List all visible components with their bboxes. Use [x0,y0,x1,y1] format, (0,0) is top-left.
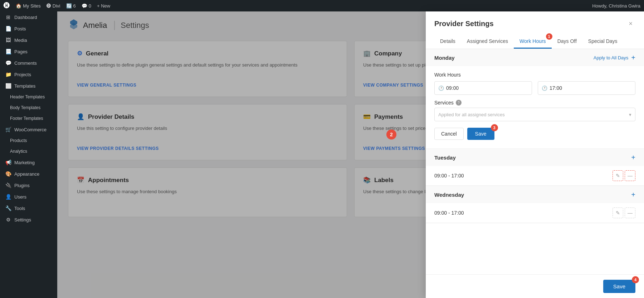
tuesday-time-text: 09:00 - 17:00 [434,173,464,179]
close-panel-button[interactable]: × [626,19,635,29]
tuesday-slot-actions: ✎ — [613,170,635,181]
sidebar-item-body-templates[interactable]: Body Templates [0,102,57,113]
templates-icon: ⬜ [5,83,11,89]
monday-add-button[interactable]: + [631,54,635,61]
services-help-icon[interactable]: ? [456,100,462,106]
projects-icon: 📁 [5,72,11,77]
tab-details[interactable]: Details [434,35,461,49]
comments-icon: 💬 [82,3,87,9]
divi-icon: 🅓 [47,3,51,9]
sidebar-item-comments[interactable]: 💬 Comments [0,57,57,69]
wednesday-time-text: 09:00 - 17:00 [434,210,464,216]
wednesday-edit-button[interactable]: ✎ [613,207,623,218]
sidebar-item-header-templates[interactable]: Header Templates [0,92,57,102]
tuesday-label: Tuesday [434,155,456,161]
wednesday-delete-button[interactable]: — [625,207,635,218]
sidebar-item-footer-templates[interactable]: Footer Templates [0,113,57,124]
sidebar-item-projects[interactable]: 📁 Projects [0,69,57,80]
users-icon: 👤 [5,194,11,200]
work-hours-form-actions: Cancel Save 3 [434,126,635,143]
sidebar-item-tools[interactable]: 🔧 Tools [0,202,57,214]
tab-work-hours[interactable]: Work Hours 1 [514,35,552,49]
step-badge-2: 2 [386,130,396,140]
footer-save-button[interactable]: Save 4 [603,280,635,293]
sidebar-item-media[interactable]: 🖼 Media [0,34,57,46]
monday-actions: Apply to All Days + [594,54,635,61]
day-section-tuesday: Tuesday + 09:00 - 17:00 ✎ — [426,149,644,186]
user-link[interactable]: Howdy, Christina Gwira [592,3,640,9]
clock-icon-end: 🕐 [542,86,547,91]
work-hours-form-label: Work Hours [434,72,635,78]
monday-label: Monday [434,55,455,61]
dropdown-chevron-icon: ▾ [629,112,631,117]
wednesday-add-button[interactable]: + [631,191,635,198]
comments-link[interactable]: 💬 0 [82,3,91,9]
appearance-icon: 🎨 [5,171,11,177]
sidebar-item-analytics[interactable]: Analytics [0,146,57,157]
wednesday-label: Wednesday [434,192,464,198]
tools-icon: 🔧 [5,205,11,211]
updates-icon: 🔄 [66,3,72,9]
apply-to-all-days-button[interactable]: Apply to All Days [594,55,629,60]
tab-special-days[interactable]: Special Days [582,35,623,49]
provider-settings-panel: Provider Settings × Details Assigned Ser… [426,11,644,298]
sidebar-item-woocommerce[interactable]: 🛒 WooCommerce [0,124,57,135]
panel-footer: Save 4 [426,274,644,298]
start-time-input[interactable] [446,85,528,91]
panel-title: Provider Settings [434,20,494,28]
time-row-monday: 🕐 🕐 [434,81,635,95]
sidebar-item-plugins[interactable]: 🔌 Plugins [0,180,57,191]
sidebar-item-templates[interactable]: ⬜ Templates [0,80,57,92]
tab-assigned-services[interactable]: Assigned Services [461,35,514,49]
day-section-monday: Monday Apply to All Days + Work Hours 🕐 [426,49,644,149]
home-icon: 🏠 [16,3,21,9]
services-dropdown[interactable]: Applied for all assigned services ▾ [434,108,635,121]
sidebar-item-dashboard[interactable]: ⊞ Dashboard [0,11,57,23]
tuesday-delete-button[interactable]: — [625,170,635,181]
sidebar-item-appearance[interactable]: 🎨 Appearance [0,168,57,180]
sidebar-item-users[interactable]: 👤 Users [0,191,57,202]
sidebar-item-marketing[interactable]: 📢 Marketing [0,157,57,168]
admin-bar: 🅦 🏠 My Sites 🅓 Divi 🔄 6 💬 0 + New Howdy,… [0,0,644,11]
marketing-icon: 📢 [5,160,11,165]
new-link[interactable]: + New [97,3,110,9]
wednesday-header: Wednesday + [426,186,644,203]
dashboard-icon: ⊞ [5,14,11,20]
day-section-wednesday: Wednesday + 09:00 - 17:00 ✎ — [426,186,644,223]
sidebar: ⊞ Dashboard 📄 Posts 🖼 Media 📃 Pages 💬 Co… [0,11,57,298]
plugins-icon: 🔌 [5,182,11,188]
sidebar-item-settings[interactable]: ⚙ Settings [0,214,57,225]
start-time-wrap: 🕐 [434,81,532,95]
content-area: Amelia Settings ⚙ General Use these sett… [57,11,644,298]
my-sites-link[interactable]: 🏠 My Sites [16,3,41,9]
wednesday-slot: 09:00 - 17:00 ✎ — [426,203,644,223]
clock-icon-start: 🕐 [438,86,444,91]
tab-days-off[interactable]: Days Off [552,35,582,49]
woocommerce-icon: 🛒 [5,127,11,132]
panel-body: Monday Apply to All Days + Work Hours 🕐 [426,49,644,274]
tuesday-edit-button[interactable]: ✎ [613,170,623,181]
wp-icon[interactable]: 🅦 [4,2,10,10]
cancel-button[interactable]: Cancel [434,128,464,140]
settings-icon: ⚙ [5,217,11,223]
updates-link[interactable]: 🔄 6 [66,3,76,9]
sidebar-item-products[interactable]: Products [0,135,57,146]
save-work-hours-button[interactable]: Save 3 [467,128,494,140]
tuesday-header: Tuesday + [426,149,644,166]
work-hours-form-monday: Work Hours 🕐 🕐 Ser [426,66,644,148]
panel-tabs: Details Assigned Services Work Hours 1 D… [434,35,635,49]
footer-save-badge: 4 [632,276,639,283]
end-time-input[interactable] [550,85,631,91]
tuesday-slot: 09:00 - 17:00 ✎ — [426,166,644,186]
services-label: Services ? [434,100,635,106]
posts-icon: 📄 [5,26,11,31]
sidebar-item-posts[interactable]: 📄 Posts [0,23,57,34]
wednesday-actions: + [631,191,635,198]
panel-header: Provider Settings × Details Assigned Ser… [426,11,644,49]
monday-header: Monday Apply to All Days + [426,49,644,66]
tuesday-add-button[interactable]: + [631,154,635,161]
media-icon: 🖼 [5,37,11,43]
divi-link[interactable]: 🅓 Divi [47,3,60,9]
sidebar-item-pages[interactable]: 📃 Pages [0,46,57,57]
comments-sidebar-icon: 💬 [5,60,11,66]
